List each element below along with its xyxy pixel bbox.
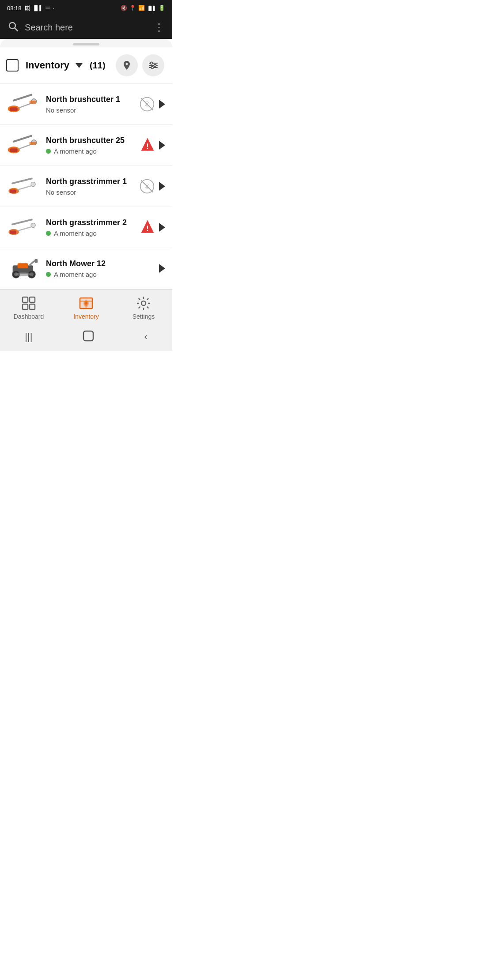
nav-item-dashboard[interactable]: Dashboard	[9, 296, 49, 320]
photo-icon: 🖼	[24, 5, 30, 11]
svg-line-16	[141, 98, 153, 110]
signal2-icon: ▐▌▌	[147, 6, 156, 11]
status-text: A moment ago	[54, 147, 97, 155]
item-actions: !	[140, 219, 165, 236]
item-image	[7, 133, 41, 158]
more-menu-icon[interactable]: ⋮	[154, 21, 164, 34]
category-dropdown-icon[interactable]	[76, 63, 83, 68]
status-left: 08:18 🖼 ▐▌▌ 𝄙 ·	[7, 4, 54, 11]
status-dot	[46, 272, 51, 277]
nav-item-inventory[interactable]: Inventory	[66, 296, 106, 320]
status-dot	[46, 149, 51, 154]
list-item[interactable]: North brushcutter 25 A moment ago !	[0, 125, 172, 166]
item-chevron-icon	[159, 264, 165, 273]
select-all-checkbox[interactable]	[6, 59, 19, 72]
inventory-icon	[79, 296, 94, 311]
nav-label-inventory: Inventory	[73, 313, 99, 320]
item-info: North grasstrimmer 2 A moment ago	[46, 218, 134, 237]
item-actions: !	[140, 136, 165, 154]
item-status: A moment ago	[46, 147, 134, 155]
item-info: North Mower 12 A moment ago	[46, 259, 154, 278]
wifi-icon: 𝄙	[45, 4, 50, 11]
inventory-list: North brushcutter 1 No sensor ©	[0, 84, 172, 289]
item-name: North brushcutter 25	[46, 136, 134, 145]
svg-point-5	[151, 62, 153, 64]
nav-label-dashboard: Dashboard	[14, 313, 44, 320]
item-chevron-icon	[159, 100, 165, 109]
item-count: (11)	[90, 60, 106, 71]
no-sensor-icon: ©	[139, 178, 155, 195]
list-item[interactable]: North grasstrimmer 1 No sensor ©	[0, 166, 172, 207]
item-actions	[159, 264, 165, 273]
svg-rect-48	[23, 297, 28, 302]
svg-line-1	[15, 28, 18, 31]
svg-rect-13	[30, 101, 36, 104]
item-status: A moment ago	[46, 230, 134, 237]
item-status: No sensor	[46, 106, 133, 114]
search-bar: ⋮	[0, 16, 172, 39]
status-text: No sensor	[46, 188, 76, 196]
item-actions: ©	[139, 178, 165, 195]
home-button[interactable]	[82, 330, 95, 344]
search-icon	[8, 21, 19, 34]
filter-options-button[interactable]	[142, 54, 164, 76]
mute-icon: 🔇	[121, 5, 127, 11]
nav-item-settings[interactable]: Settings	[124, 296, 163, 320]
svg-text:!: !	[146, 224, 148, 232]
warning-icon: !	[140, 136, 155, 154]
item-name: North Mower 12	[46, 259, 154, 268]
svg-line-12	[18, 103, 32, 108]
item-info: North brushcutter 25 A moment ago	[46, 136, 134, 155]
item-info: North grasstrimmer 1 No sensor	[46, 177, 133, 196]
category-label: Inventory	[26, 60, 69, 71]
system-nav: ||| ‹	[0, 324, 172, 351]
status-dot	[46, 231, 51, 236]
recents-button[interactable]: |||	[25, 331, 32, 343]
item-info: North brushcutter 1 No sensor	[46, 95, 133, 114]
list-item[interactable]: North brushcutter 1 No sensor ©	[0, 84, 172, 125]
svg-point-47	[15, 272, 30, 276]
item-chevron-icon	[159, 182, 165, 191]
status-text: No sensor	[46, 106, 76, 114]
svg-point-56	[141, 301, 146, 305]
dot-icon: ·	[53, 5, 54, 11]
item-chevron-icon	[159, 223, 165, 232]
svg-point-54	[85, 302, 87, 305]
svg-rect-41	[34, 259, 38, 263]
back-button[interactable]: ‹	[144, 331, 147, 343]
svg-rect-46	[18, 263, 28, 268]
item-image	[7, 92, 41, 117]
item-image	[7, 215, 41, 240]
filter-row: Inventory (11)	[0, 47, 172, 84]
svg-rect-11	[10, 107, 18, 111]
battery-icon: 🔋	[159, 5, 165, 11]
list-item[interactable]: North Mower 12 A moment ago	[0, 248, 172, 289]
sheet-handle-bar	[73, 43, 99, 45]
item-name: North grasstrimmer 2	[46, 218, 134, 227]
svg-rect-22	[30, 142, 36, 145]
svg-line-37	[18, 227, 32, 231]
svg-rect-49	[30, 297, 35, 302]
svg-rect-9	[12, 94, 32, 102]
item-image	[7, 256, 41, 281]
item-status: A moment ago	[46, 271, 154, 278]
item-name: North grasstrimmer 1	[46, 177, 133, 186]
no-sensor-icon: ©	[139, 96, 155, 113]
svg-rect-34	[11, 219, 33, 226]
svg-rect-20	[10, 148, 18, 152]
item-image	[7, 174, 41, 199]
svg-rect-50	[23, 304, 28, 309]
svg-rect-36	[10, 230, 16, 234]
svg-rect-18	[12, 135, 32, 143]
svg-point-6	[154, 64, 156, 67]
status-right: 🔇 📍 📶 ▐▌▌ 🔋	[121, 5, 165, 11]
search-input[interactable]	[25, 23, 148, 33]
svg-line-29	[18, 186, 32, 190]
svg-line-32	[141, 181, 153, 192]
sheet-handle	[0, 39, 172, 47]
nav-label-settings: Settings	[132, 313, 155, 320]
location-filter-button[interactable]	[116, 54, 138, 76]
bottom-nav: Dashboard Inventory Settings	[0, 289, 172, 324]
svg-point-7	[151, 67, 154, 69]
list-item[interactable]: North grasstrimmer 2 A moment ago !	[0, 207, 172, 248]
